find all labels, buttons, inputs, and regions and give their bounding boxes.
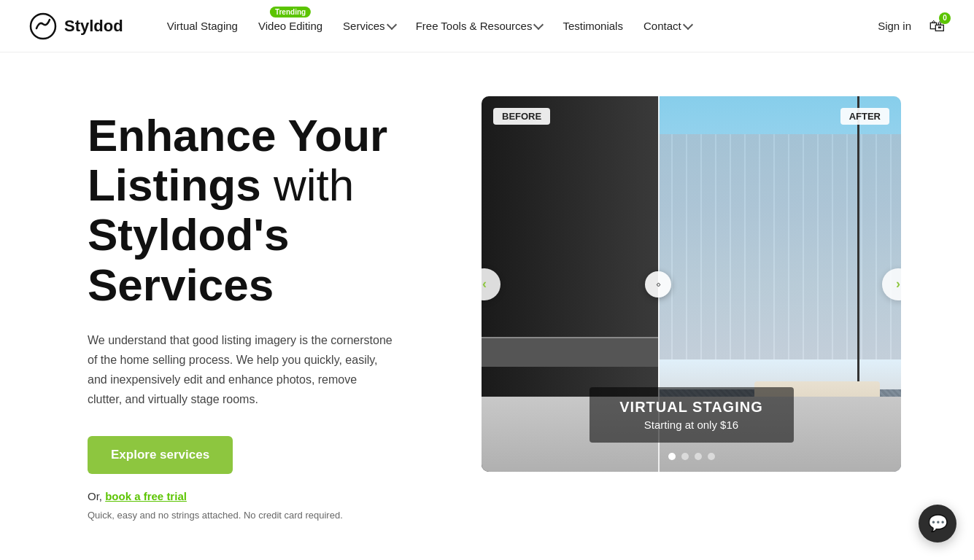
handle-arrows-icon: ‹› [656,279,660,289]
slider-dot-1[interactable] [668,453,676,460]
hero-note: Quick, easy and no strings attached. No … [88,510,438,521]
nav-link-testimonials[interactable]: Testimonials [563,20,623,32]
hero-title-styldod: Styldod's [88,209,290,260]
nav-menu: Virtual Staging Trending Video Editing S… [167,20,692,32]
slider-info-overlay: VIRTUAL STAGING Starting at only $16 [590,387,794,443]
nav-item-virtual-staging[interactable]: Virtual Staging [167,20,238,32]
nav-link-virtual-staging[interactable]: Virtual Staging [167,20,238,32]
counter-top [482,337,658,367]
before-label: BEFORE [493,108,550,125]
slider-handle[interactable]: ‹› [645,271,671,298]
hero-title-line1: Enhance Your [88,110,387,160]
after-label: AFTER [840,108,889,125]
chat-bubble-button[interactable]: 💬 [919,505,956,542]
nav-item-video-editing[interactable]: Trending Video Editing [258,20,322,32]
chevron-down-icon [387,20,397,30]
cart-badge: 0 [939,12,951,24]
chevron-down-icon-2 [533,20,544,30]
nav-link-services[interactable]: Services [343,20,395,32]
signin-link[interactable]: Sign in [878,20,911,32]
logo-text: Styldod [64,17,123,36]
explore-services-button[interactable]: Explore services [88,436,233,474]
free-trial-link[interactable]: book a free trial [105,490,187,502]
trending-badge: Trending [270,7,311,18]
slider-dot-4[interactable] [708,453,715,460]
logo-link[interactable]: Styldod [29,12,123,40]
slider-service-subtitle: Starting at only $16 [619,419,765,431]
hero-title-with: with [261,160,354,210]
chevron-left-icon: ‹ [482,276,487,292]
slider-dots [668,453,715,460]
chat-icon: 💬 [928,514,948,533]
hero-title: Enhance Your Listings with Styldod's Ser… [88,111,438,310]
hero-text-block: Enhance Your Listings with Styldod's Ser… [88,96,438,521]
nav-item-testimonials[interactable]: Testimonials [563,20,623,32]
chevron-down-icon-3 [683,20,693,30]
hero-or-text: Or, book a free trial [88,490,438,502]
cart-button[interactable]: 🛍 0 [929,17,945,36]
nav-item-services[interactable]: Services [343,20,395,32]
logo-icon [29,12,57,40]
svg-point-0 [31,14,55,39]
hero-section: Enhance Your Listings with Styldod's Ser… [0,52,974,560]
slider-dot-3[interactable] [695,453,702,460]
navbar: Styldod Virtual Staging Trending Video E… [0,0,974,52]
chevron-right-icon: › [896,276,900,292]
nav-item-contact[interactable]: Contact [643,20,692,32]
nav-link-free-tools[interactable]: Free Tools & Resources [416,20,543,32]
hero-title-listings: Listings [88,160,261,210]
buildings-bg [658,134,902,359]
nav-link-contact[interactable]: Contact [643,20,692,32]
nav-link-video-editing[interactable]: Video Editing [258,20,322,32]
hero-description: We understand that good listing imagery … [88,330,394,410]
slider-service-title: VIRTUAL STAGING [619,399,765,416]
hero-title-services: Services [88,260,274,310]
nav-right: Sign in 🛍 0 [878,17,945,36]
slider-dot-2[interactable] [681,453,689,460]
nav-item-free-tools[interactable]: Free Tools & Resources [416,20,543,32]
before-after-slider[interactable]: BEFORE AFTER ‹› ‹ › VIRTUAL STAGING Star… [482,96,901,472]
